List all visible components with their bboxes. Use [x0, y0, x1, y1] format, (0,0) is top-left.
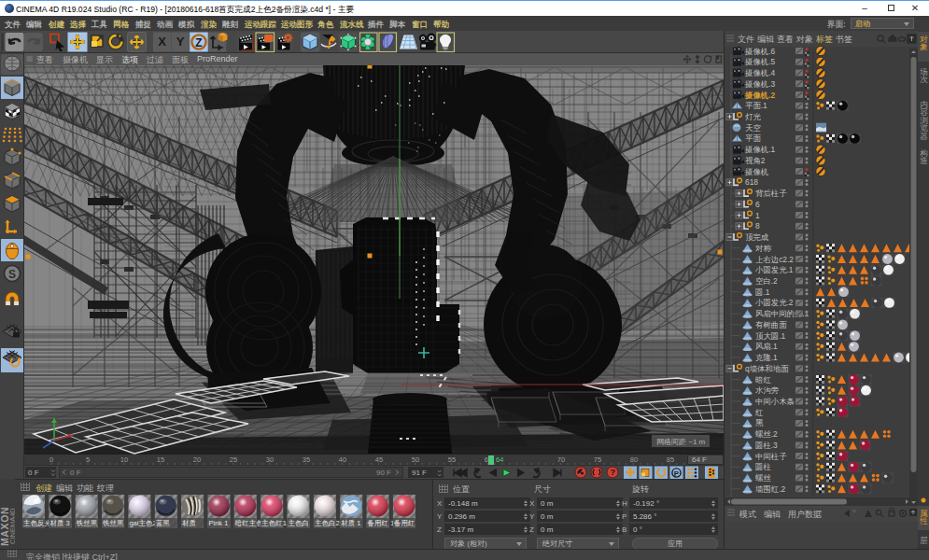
- svg-text:背后柱子: 背后柱子: [755, 189, 787, 198]
- svg-text:造: 造: [920, 156, 928, 165]
- svg-text:编辑: 编辑: [764, 510, 781, 519]
- svg-text:克隆.1: 克隆.1: [755, 353, 778, 362]
- svg-text:天空: 天空: [745, 123, 761, 133]
- svg-text:CINEMA4D: CINEMA4D: [8, 508, 16, 544]
- svg-text:器: 器: [920, 132, 928, 141]
- svg-text:5: 5: [86, 455, 90, 464]
- svg-text:模式: 模式: [739, 510, 756, 519]
- svg-text:q墙体和地面: q墙体和地面: [745, 364, 789, 373]
- svg-text:编辑: 编辑: [757, 35, 774, 44]
- svg-text:有树曲面: 有树曲面: [755, 320, 787, 329]
- svg-text:上右边c2.2: 上右边c2.2: [755, 255, 794, 264]
- svg-text:灯光: 灯光: [745, 112, 761, 121]
- svg-text:X: X: [158, 35, 166, 49]
- svg-text:0 F: 0 F: [70, 469, 81, 477]
- svg-text:顶完成: 顶完成: [745, 232, 769, 242]
- svg-text:主色白2: 主色白2: [315, 519, 340, 527]
- svg-text:gai主色2: gai主色2: [129, 519, 156, 527]
- svg-text:对称: 对称: [755, 244, 771, 253]
- svg-text:圆柱: 圆柱: [755, 462, 771, 471]
- svg-text:铁丝黑: 铁丝黑: [76, 519, 98, 527]
- svg-text:10: 10: [120, 455, 128, 464]
- svg-text:主色白: 主色白: [289, 519, 310, 527]
- svg-text:?: ?: [611, 468, 616, 477]
- svg-text:64: 64: [496, 455, 503, 464]
- svg-text:8: 8: [755, 221, 760, 231]
- svg-text:50: 50: [412, 455, 419, 464]
- svg-text:风扇.1: 风扇.1: [755, 342, 778, 351]
- svg-text:主色反光: 主色反光: [23, 519, 52, 527]
- svg-text:90 F: 90 F: [376, 469, 391, 477]
- svg-text:45: 45: [375, 455, 383, 464]
- svg-text:小圆发光.1: 小圆发光.1: [755, 265, 794, 274]
- svg-text:40: 40: [339, 455, 346, 464]
- svg-text:70: 70: [557, 455, 565, 464]
- svg-text:次: 次: [920, 75, 928, 84]
- svg-text:15: 15: [157, 455, 164, 464]
- svg-text:35: 35: [303, 455, 310, 464]
- svg-text:象: 象: [920, 42, 928, 51]
- svg-text:备用红 1: 备用红 1: [368, 519, 395, 527]
- svg-text:圆.1: 圆.1: [755, 287, 770, 297]
- svg-text:20: 20: [193, 455, 201, 464]
- svg-text:黑: 黑: [755, 418, 764, 427]
- svg-text:小圆发光.2: 小圆发光.2: [755, 298, 794, 307]
- svg-text:Pink 1: Pink 1: [209, 519, 229, 527]
- svg-text:用户数据: 用户数据: [788, 510, 822, 519]
- svg-text:中间柱子: 中间柱子: [755, 452, 787, 461]
- svg-text:螺丝: 螺丝: [755, 473, 771, 483]
- svg-text:摄像机.2: 摄像机.2: [744, 91, 775, 100]
- svg-text:S: S: [8, 268, 16, 281]
- svg-text:0: 0: [49, 455, 53, 464]
- svg-text:25: 25: [230, 455, 237, 464]
- svg-text:标签: 标签: [815, 35, 833, 44]
- svg-text:螺丝.2: 螺丝.2: [755, 429, 778, 439]
- svg-text:摄像机: 摄像机: [744, 167, 768, 176]
- svg-text:视角2: 视角2: [745, 156, 766, 165]
- svg-text:铁丝黑: 铁丝黑: [102, 519, 124, 527]
- svg-text:水沟旁: 水沟旁: [755, 385, 780, 395]
- svg-text:摄像机.5: 摄像机.5: [744, 57, 775, 66]
- svg-text:书签: 书签: [835, 35, 852, 44]
- svg-text:顶大圆.1: 顶大圆.1: [755, 331, 785, 341]
- svg-text:网格间距 ~1 m: 网格间距 ~1 m: [656, 438, 706, 446]
- svg-text:0 F: 0 F: [28, 469, 39, 477]
- svg-text:暗红: 暗红: [755, 375, 771, 385]
- svg-text:平面: 平面: [745, 133, 761, 143]
- svg-text:主色红1: 主色红1: [261, 519, 287, 527]
- svg-text:Y: Y: [176, 35, 185, 49]
- svg-text:墙围红.2: 墙围红.2: [754, 484, 785, 494]
- svg-text:摄像机.3: 摄像机.3: [744, 79, 775, 89]
- svg-text:材质 3: 材质 3: [49, 519, 69, 527]
- svg-text:P: P: [674, 469, 680, 478]
- svg-text:1: 1: [755, 211, 760, 220]
- svg-text:文件: 文件: [738, 35, 754, 44]
- svg-text:平面.1: 平面.1: [745, 101, 767, 110]
- svg-text:75: 75: [594, 455, 601, 464]
- svg-text:Z: Z: [195, 36, 202, 49]
- svg-text:55: 55: [448, 455, 456, 464]
- svg-text:空白.2: 空白.2: [755, 276, 778, 286]
- svg-text:性: 性: [919, 516, 928, 525]
- svg-text:6: 6: [755, 200, 760, 209]
- svg-text:91 F: 91 F: [412, 469, 427, 477]
- svg-text:30: 30: [266, 455, 274, 464]
- svg-text:摄像机.1: 摄像机.1: [744, 145, 775, 154]
- svg-text:蓝黑: 蓝黑: [156, 519, 171, 527]
- svg-text:85: 85: [667, 455, 674, 464]
- svg-text:层: 层: [920, 536, 928, 545]
- svg-text:材质: 材质: [182, 519, 196, 527]
- svg-text:摄像机.4: 摄像机.4: [744, 68, 775, 77]
- svg-text:查看: 查看: [777, 35, 794, 44]
- svg-text:80: 80: [630, 455, 638, 464]
- svg-text:红: 红: [755, 408, 764, 417]
- svg-text:圆柱.3: 圆柱.3: [755, 441, 778, 450]
- svg-text:中间小木条: 中间小木条: [755, 397, 795, 406]
- svg-text:对象: 对象: [795, 35, 813, 44]
- svg-text:摄像机.6: 摄像机.6: [744, 47, 775, 56]
- svg-text:618: 618: [745, 177, 758, 187]
- svg-text:材质 1: 材质 1: [341, 519, 360, 527]
- svg-text:暗红主色: 暗红主色: [235, 519, 263, 527]
- svg-text:备用红: 备用红: [394, 519, 415, 527]
